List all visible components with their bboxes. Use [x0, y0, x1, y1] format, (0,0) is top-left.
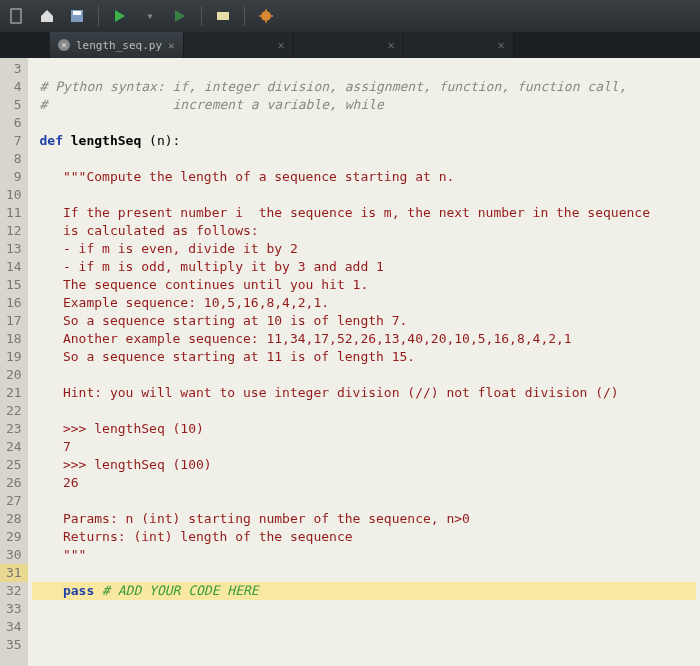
code-line: 26: [32, 475, 79, 490]
close-icon[interactable]: ✕: [387, 38, 394, 52]
code-line: Returns: (int) length of the sequence: [32, 529, 353, 544]
tab-bar: ✕ length_seq.py ✕ ✕ ✕ ✕: [0, 32, 700, 58]
svg-rect-3: [217, 12, 229, 20]
separator-icon: [98, 6, 99, 26]
code-line: Params: n (int) starting number of the s…: [32, 511, 470, 526]
code-line: """: [32, 547, 87, 562]
code-line: The sequence continues until you hit 1.: [32, 277, 369, 292]
code-line: Example sequence: 10,5,16,8,4,2,1.: [32, 295, 329, 310]
code-line: So a sequence starting at 11 is of lengt…: [32, 349, 416, 364]
tab-label: length_seq.py: [76, 39, 162, 52]
code-line: 7: [32, 439, 71, 454]
home-icon[interactable]: [38, 7, 56, 25]
save-icon[interactable]: [68, 7, 86, 25]
code-line: # Python syntax: if, integer division, a…: [39, 79, 626, 94]
code-line: """Compute the length of a sequence star…: [32, 169, 455, 184]
code-area[interactable]: # Python syntax: if, integer division, a…: [28, 58, 700, 666]
close-icon[interactable]: ✕: [277, 38, 284, 52]
separator-icon: [201, 6, 202, 26]
code-line: Another example sequence: 11,34,17,52,26…: [32, 331, 572, 346]
run-dropdown-icon[interactable]: ▼: [141, 7, 159, 25]
tab-main[interactable]: ✕ length_seq.py ✕: [50, 32, 184, 58]
code-line: >>> lengthSeq (10): [32, 421, 204, 436]
tab-inactive-2[interactable]: ✕: [294, 32, 404, 58]
code-line: def lengthSeq (n):: [32, 133, 181, 148]
debug-icon[interactable]: [257, 7, 275, 25]
code-line: - if m is even, divide it by 2: [32, 241, 298, 256]
code-line: - if m is odd, multiply it by 3 and add …: [32, 259, 384, 274]
python-icon[interactable]: [214, 7, 232, 25]
separator-icon: [244, 6, 245, 26]
code-line: # increment a variable, while: [39, 97, 383, 112]
close-icon[interactable]: ✕: [497, 38, 504, 52]
code-line: >>> lengthSeq (100): [32, 457, 212, 472]
code-line: So a sequence starting at 10 is of lengt…: [32, 313, 408, 328]
file-icon[interactable]: [8, 7, 26, 25]
tab-close-x[interactable]: ✕: [168, 39, 175, 52]
svg-rect-0: [11, 9, 21, 23]
svg-rect-2: [73, 11, 81, 15]
code-line: Hint: you will want to use integer divis…: [32, 385, 619, 400]
toolbar: ▼: [0, 0, 700, 32]
code-line: is calculated as follows:: [32, 223, 259, 238]
tab-inactive-3[interactable]: ✕: [404, 32, 514, 58]
current-line: pass # ADD YOUR CODE HERE: [32, 582, 696, 600]
code-line: If the present number i the sequence is …: [32, 205, 650, 220]
close-icon[interactable]: ✕: [58, 39, 70, 51]
code-editor[interactable]: 3456789101112131415161718192021222324252…: [0, 58, 700, 666]
code-line: [32, 115, 40, 130]
run-icon[interactable]: [111, 7, 129, 25]
tab-inactive-1[interactable]: ✕: [184, 32, 294, 58]
line-number-gutter: 3456789101112131415161718192021222324252…: [0, 58, 28, 666]
svg-point-4: [261, 11, 271, 21]
run-all-icon[interactable]: [171, 7, 189, 25]
